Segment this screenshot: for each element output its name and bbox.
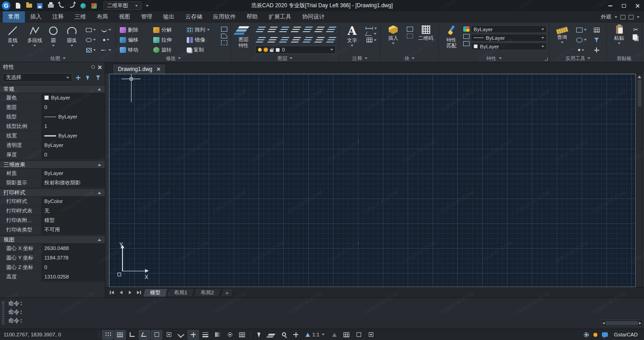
- panel-label-clipboard[interactable]: 剪贴板: [606, 55, 642, 61]
- property-row[interactable]: 打印样式ByColor: [0, 197, 105, 206]
- dynamic-ucs-toggle[interactable]: [175, 330, 187, 340]
- scroll-up-icon[interactable]: [638, 76, 641, 78]
- property-row[interactable]: 线宽ByLayer: [0, 131, 105, 141]
- dynamic-input-toggle[interactable]: [188, 330, 199, 340]
- app-logo-icon[interactable]: G: [2, 1, 10, 10]
- insert-block-button[interactable]: 插入: [383, 24, 404, 55]
- layer-unisolate-button[interactable]: [314, 25, 325, 34]
- cloud-sync-button[interactable]: [78, 1, 88, 10]
- leader-button[interactable]: [366, 32, 376, 36]
- hatch-button[interactable]: [84, 46, 98, 55]
- create-block-button[interactable]: [407, 27, 413, 32]
- property-row[interactable]: 颜色ByLayer: [0, 93, 105, 103]
- ribbon-tab-home[interactable]: 常用: [3, 11, 25, 23]
- ribbon-tab-express[interactable]: 扩展工具: [263, 11, 297, 23]
- selection-dropdown[interactable]: 无选择: [3, 73, 72, 82]
- point-button[interactable]: [99, 35, 113, 44]
- fillet-button[interactable]: [221, 27, 227, 32]
- object-snap-tracking-toggle[interactable]: [163, 330, 174, 340]
- horizontal-scrollbar[interactable]: [601, 320, 643, 326]
- palette-close-icon[interactable]: [98, 65, 102, 69]
- property-row[interactable]: 透明度ByLayer: [0, 141, 105, 150]
- layer-prev-button[interactable]: [291, 35, 301, 44]
- layer-off-button[interactable]: [255, 25, 266, 34]
- measure-button[interactable]: 查询: [552, 24, 573, 55]
- maximize-button[interactable]: [617, 0, 630, 11]
- grid-toggle[interactable]: [114, 330, 126, 340]
- ribbon-tab-3d[interactable]: 三维: [69, 11, 91, 23]
- section-plot-style[interactable]: 打印样式: [0, 189, 105, 197]
- clean-screen-button[interactable]: [365, 330, 376, 340]
- annotation-visibility-toggle[interactable]: [329, 330, 340, 340]
- rectangle-button[interactable]: [84, 25, 98, 34]
- annotation-monitor-button[interactable]: [290, 330, 301, 340]
- toggle-pickadd-button[interactable]: [74, 74, 82, 82]
- document-close-icon[interactable]: [157, 67, 160, 71]
- settings-gear-icon[interactable]: [584, 332, 589, 337]
- ray-button[interactable]: [99, 46, 113, 55]
- distance-button[interactable]: [574, 25, 588, 34]
- text-button[interactable]: A 文字: [342, 24, 362, 55]
- explode-button[interactable]: 分解: [152, 25, 184, 35]
- qat-customize-button[interactable]: [142, 1, 152, 10]
- ribbon-tab-insert[interactable]: 插入: [25, 11, 47, 23]
- layer-delete-button[interactable]: [326, 35, 337, 44]
- layer-properties-button[interactable]: 图层特性: [233, 24, 254, 55]
- brand-label[interactable]: GstarCAD: [614, 332, 638, 337]
- mirror-button[interactable]: 镜像: [185, 35, 218, 45]
- polar-tracking-toggle[interactable]: [139, 330, 150, 340]
- color-palette-icon[interactable]: [463, 26, 470, 32]
- first-tab-button[interactable]: [108, 289, 116, 297]
- panel-toggle-icon[interactable]: [620, 15, 625, 19]
- polyline-button[interactable]: 多段线: [24, 24, 45, 55]
- ribbon-tab-manage[interactable]: 管理: [136, 11, 158, 23]
- linetype-manager-button[interactable]: [463, 34, 470, 39]
- scrollbar-thumb[interactable]: [638, 80, 641, 107]
- layer-on-button[interactable]: [302, 25, 313, 34]
- drawing-canvas[interactable]: Y X: [109, 74, 636, 287]
- document-tab[interactable]: Drawing1.dwg: [113, 64, 166, 74]
- next-tab-button[interactable]: [126, 289, 134, 297]
- chamfer-button[interactable]: [221, 33, 227, 38]
- cut-button[interactable]: ✂: [633, 27, 638, 33]
- new-file-button[interactable]: [13, 1, 23, 10]
- hardware-accel-button[interactable]: [353, 330, 364, 340]
- selection-mode-button[interactable]: [254, 330, 265, 340]
- layer-freeze-button[interactable]: [279, 25, 290, 34]
- redo-button[interactable]: [67, 1, 77, 10]
- ribbon-tab-annotation[interactable]: 注释: [47, 11, 69, 23]
- transparency-toggle[interactable]: [212, 330, 223, 340]
- rotate-button[interactable]: 旋转: [152, 45, 184, 55]
- area-button[interactable]: [574, 35, 588, 44]
- property-row[interactable]: 打印表类型不可用: [0, 225, 105, 235]
- ribbon-tab-cloud[interactable]: 云存储: [180, 11, 208, 23]
- layer-walk-button[interactable]: [302, 35, 313, 44]
- layer-lock-button[interactable]: [291, 25, 301, 34]
- dimension-button[interactable]: [366, 27, 377, 30]
- scroll-left-icon[interactable]: [602, 322, 605, 325]
- annotation-scale-control[interactable]: 1:1: [302, 332, 328, 337]
- message-icon[interactable]: [602, 332, 608, 337]
- vertical-scrollbar[interactable]: [636, 74, 643, 287]
- ribbon-state-icon[interactable]: [629, 15, 634, 19]
- add-layout-button[interactable]: +: [220, 288, 233, 297]
- array-button[interactable]: 阵列: [185, 25, 218, 35]
- ribbon-tab-help[interactable]: 帮助: [241, 11, 263, 23]
- undo-button[interactable]: [56, 1, 66, 10]
- quick-properties-toggle[interactable]: [236, 330, 248, 340]
- match-properties-button[interactable]: 特性匹配: [441, 24, 462, 55]
- open-file-button[interactable]: [24, 1, 34, 10]
- offset-button[interactable]: 偏移: [118, 35, 151, 45]
- layer-unlock-button[interactable]: [255, 35, 266, 44]
- lineweight-settings-button[interactable]: [463, 41, 470, 46]
- property-row[interactable]: 图层0: [0, 103, 105, 112]
- lineweight-toggle[interactable]: [200, 330, 211, 340]
- property-row[interactable]: 圆心 Z 坐标0: [0, 263, 105, 272]
- property-row[interactable]: 圆心 Y 坐标1184.3778: [0, 253, 105, 263]
- quick-select-button[interactable]: [94, 74, 102, 82]
- ribbon-tab-layout[interactable]: 布局: [91, 11, 113, 23]
- dialog-launcher-icon[interactable]: [545, 57, 548, 61]
- layer-match-button[interactable]: [267, 35, 278, 44]
- section-general[interactable]: 常规: [0, 85, 105, 93]
- prev-tab-button[interactable]: [117, 289, 125, 297]
